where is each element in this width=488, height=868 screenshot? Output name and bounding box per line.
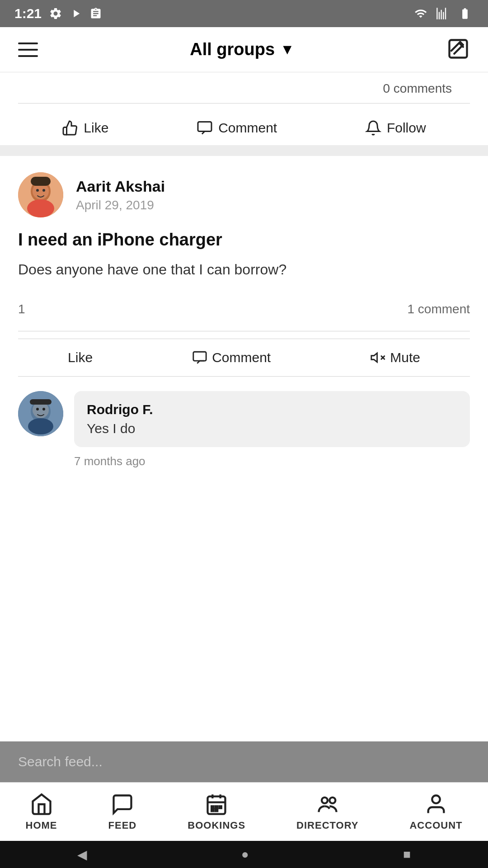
bookings-label: BOOKINGS	[188, 820, 245, 831]
svg-point-17	[42, 408, 45, 410]
comments-count: 0 comments	[18, 72, 470, 96]
like-label-post: Like	[68, 350, 93, 365]
bell-icon	[365, 120, 381, 136]
account-icon	[424, 793, 448, 816]
battery-icon	[456, 7, 474, 20]
svg-point-16	[36, 408, 39, 410]
comment-item: Rodrigo F. Yes I do	[18, 391, 470, 447]
svg-rect-30	[211, 809, 213, 811]
home-label: HOME	[26, 820, 57, 831]
post-header: Aarit Akshai April 29, 2019	[18, 172, 470, 217]
svg-marker-10	[371, 353, 377, 362]
settings-icon	[49, 7, 62, 20]
svg-rect-29	[220, 806, 221, 808]
post-date: April 29, 2019	[76, 198, 165, 212]
status-left: 1:21	[14, 6, 102, 21]
top-action-row: Like Comment Follow	[18, 111, 470, 145]
post-actions: Like Comment Mute	[18, 339, 470, 377]
recents-button[interactable]: ■	[403, 847, 411, 862]
nav-item-account[interactable]: ACCOUNT	[409, 793, 462, 831]
svg-point-19	[28, 418, 53, 434]
comment-author: Rodrigo F.	[87, 402, 457, 417]
bottom-spacer	[0, 483, 488, 600]
svg-rect-9	[193, 352, 206, 361]
top-nav: All groups ▼	[0, 27, 488, 72]
search-feed-input[interactable]	[18, 754, 470, 769]
like-button-post[interactable]: Like	[68, 350, 93, 365]
clipboard-icon	[89, 7, 102, 20]
mute-button-post[interactable]: Mute	[370, 350, 420, 365]
comment-section: Rodrigo F. Yes I do 7 months ago	[0, 377, 488, 483]
post-author-info: Aarit Akshai April 29, 2019	[76, 178, 165, 212]
likes-count: 1	[18, 302, 25, 316]
follow-label-top: Follow	[387, 120, 426, 136]
android-nav: ◀ ● ■	[0, 841, 488, 868]
play-icon	[70, 7, 82, 20]
mute-icon	[370, 350, 385, 365]
post-body: Does anyone have one that I can borrow?	[18, 259, 470, 280]
section-separator	[0, 145, 488, 156]
feed-label: FEED	[108, 820, 137, 831]
comment-label-post: Comment	[212, 350, 271, 365]
divider-stats	[18, 331, 470, 331]
hamburger-line	[18, 49, 38, 51]
bookings-icon	[205, 793, 228, 816]
comment-button-post[interactable]: Comment	[192, 350, 271, 365]
account-label: ACCOUNT	[409, 820, 462, 831]
divider-top	[18, 103, 470, 104]
comment-text: Yes I do	[87, 421, 457, 436]
mute-label-post: Mute	[390, 350, 420, 365]
svg-point-6	[36, 189, 39, 192]
svg-point-33	[329, 797, 335, 803]
comment-bubble: Rodrigo F. Yes I do	[74, 391, 470, 447]
status-time: 1:21	[14, 6, 42, 21]
compose-button[interactable]	[446, 37, 470, 62]
svg-rect-28	[216, 806, 217, 808]
nav-item-home[interactable]: HOME	[26, 793, 57, 831]
hamburger-menu[interactable]	[18, 42, 38, 57]
avatar-rodrigo	[18, 391, 63, 436]
chevron-down-icon: ▼	[280, 41, 295, 58]
nav-item-bookings[interactable]: BOOKINGS	[188, 793, 245, 831]
like-button-top[interactable]: Like	[62, 120, 108, 136]
signal-icon	[436, 7, 449, 20]
back-button[interactable]: ◀	[77, 847, 87, 862]
post-comments-count: 1 comment	[408, 302, 470, 316]
status-bar: 1:21	[0, 0, 488, 27]
comment-button-top[interactable]: Comment	[197, 120, 277, 136]
svg-rect-27	[211, 806, 213, 808]
svg-point-32	[322, 797, 328, 803]
home-icon	[30, 793, 53, 816]
svg-rect-1	[198, 122, 211, 132]
nav-item-directory[interactable]: DIRECTORY	[296, 793, 358, 831]
comment-icon-top	[197, 120, 213, 136]
home-button[interactable]: ●	[241, 847, 249, 862]
directory-icon	[316, 793, 339, 816]
post-title: I need an iPhone charger	[18, 230, 470, 250]
post-author-name: Aarit Akshai	[76, 178, 165, 195]
directory-label: DIRECTORY	[296, 820, 358, 831]
bottom-nav: HOME FEED BOOKINGS	[0, 782, 488, 841]
rodrigo-face-svg	[18, 391, 63, 436]
comment-label-top: Comment	[218, 120, 277, 136]
nav-title[interactable]: All groups ▼	[190, 40, 295, 59]
post-card: Aarit Akshai April 29, 2019 I need an iP…	[0, 156, 488, 377]
svg-point-4	[27, 199, 54, 217]
nav-item-feed[interactable]: FEED	[108, 793, 137, 831]
status-right	[413, 7, 474, 20]
svg-rect-31	[216, 809, 217, 811]
hamburger-line	[18, 42, 38, 44]
hamburger-line	[18, 55, 38, 57]
follow-button-top[interactable]: Follow	[365, 120, 426, 136]
svg-rect-8	[31, 177, 51, 186]
like-label-top: Like	[84, 120, 108, 136]
search-feed-bar[interactable]	[0, 741, 488, 782]
feed-icon	[111, 793, 134, 816]
svg-rect-18	[30, 399, 52, 405]
svg-point-34	[432, 795, 440, 803]
like-icon	[62, 120, 78, 136]
aarit-face-svg	[18, 172, 63, 217]
avatar-rodrigo-img	[18, 391, 63, 436]
svg-point-7	[42, 189, 45, 192]
comment-time: 7 months ago	[74, 454, 470, 468]
